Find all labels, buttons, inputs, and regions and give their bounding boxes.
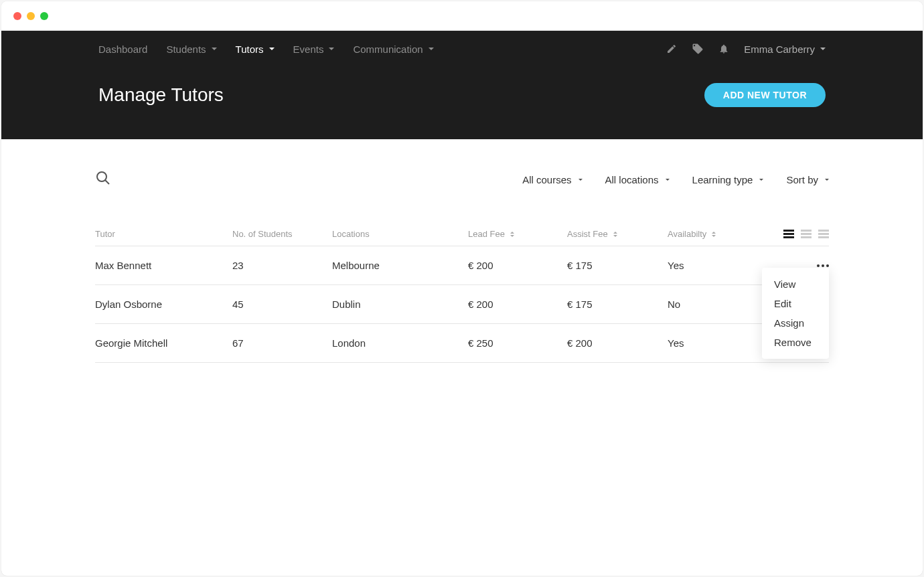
filter-label: All locations bbox=[605, 174, 659, 185]
cell-locations: Dublin bbox=[332, 299, 468, 310]
user-menu[interactable]: Emma Carberry bbox=[744, 44, 826, 55]
sort-icon bbox=[613, 232, 617, 237]
cell-actions bbox=[771, 264, 829, 267]
cell-students: 67 bbox=[232, 337, 332, 349]
add-new-tutor-button[interactable]: ADD NEW TUTOR bbox=[704, 83, 826, 107]
cell-availability: No bbox=[668, 299, 771, 310]
table-header-row: Tutor No. of Students Locations Lead Fee… bbox=[95, 229, 829, 246]
nav-communication[interactable]: Communication bbox=[353, 44, 433, 55]
filter-label: All courses bbox=[522, 174, 571, 185]
filter-locations[interactable]: All locations bbox=[605, 174, 670, 185]
cell-students: 23 bbox=[232, 260, 332, 271]
page-header: Manage Tutors ADD NEW TUTOR bbox=[1, 67, 923, 139]
app-header: Dashboard Students Tutors Events Communi… bbox=[1, 31, 923, 139]
window-titlebar bbox=[1, 1, 923, 31]
filter-label: Sort by bbox=[786, 174, 818, 185]
chevron-down-icon bbox=[429, 48, 434, 50]
nav-students[interactable]: Students bbox=[166, 44, 216, 55]
th-tutor[interactable]: Tutor bbox=[95, 229, 232, 239]
cell-lead-fee: € 250 bbox=[468, 337, 567, 349]
th-students[interactable]: No. of Students bbox=[232, 229, 332, 239]
th-label: Availabilty bbox=[668, 229, 706, 239]
menu-item-remove[interactable]: Remove bbox=[762, 333, 829, 352]
th-label: Assist Fee bbox=[567, 229, 608, 239]
th-availability[interactable]: Availabilty bbox=[668, 229, 771, 239]
view-medium-button[interactable] bbox=[801, 230, 812, 238]
nav-tutors[interactable]: Tutors bbox=[236, 44, 275, 55]
cell-availability: Yes bbox=[668, 337, 771, 349]
ticket-icon-button[interactable] bbox=[692, 43, 704, 55]
search-button[interactable] bbox=[95, 170, 111, 189]
cell-tutor: Georgie Mitchell bbox=[95, 337, 232, 349]
cell-tutor: Dylan Osborne bbox=[95, 299, 232, 310]
user-name: Emma Carberry bbox=[744, 44, 815, 55]
window-minimize-button[interactable] bbox=[27, 12, 35, 20]
svg-point-0 bbox=[97, 172, 106, 181]
chevron-down-icon bbox=[579, 179, 583, 181]
ticket-icon bbox=[692, 43, 704, 55]
filter-learning-type[interactable]: Learning type bbox=[692, 174, 764, 185]
window-maximize-button[interactable] bbox=[40, 12, 48, 20]
chevron-down-icon bbox=[212, 48, 217, 50]
app-window: Dashboard Students Tutors Events Communi… bbox=[1, 1, 923, 576]
search-icon bbox=[95, 170, 111, 186]
sort-icon bbox=[510, 232, 514, 237]
th-assist-fee[interactable]: Assist Fee bbox=[567, 229, 668, 239]
bell-icon bbox=[718, 44, 729, 54]
filters-bar: All courses All locations Learning type … bbox=[95, 170, 829, 189]
filter-controls: All courses All locations Learning type … bbox=[522, 174, 829, 185]
table-row: Georgie Mitchell 67 London € 250 € 200 Y… bbox=[95, 324, 829, 363]
page-title: Manage Tutors bbox=[98, 84, 224, 106]
nav-label: Dashboard bbox=[98, 44, 147, 55]
cell-locations: London bbox=[332, 337, 468, 349]
top-navigation: Dashboard Students Tutors Events Communi… bbox=[1, 31, 923, 67]
chevron-down-icon bbox=[825, 179, 829, 181]
th-view-toggles bbox=[771, 230, 829, 238]
window-controls bbox=[13, 12, 48, 20]
cell-students: 45 bbox=[232, 299, 332, 310]
nav-label: Tutors bbox=[236, 44, 264, 55]
menu-item-assign[interactable]: Assign bbox=[762, 313, 829, 333]
svg-line-1 bbox=[105, 180, 109, 184]
nav-events[interactable]: Events bbox=[293, 44, 335, 55]
nav-label: Events bbox=[293, 44, 324, 55]
menu-item-view[interactable]: View bbox=[762, 274, 829, 294]
cell-lead-fee: € 200 bbox=[468, 260, 567, 271]
cell-assist-fee: € 175 bbox=[567, 299, 668, 310]
sort-icon bbox=[712, 232, 716, 237]
cell-locations: Melbourne bbox=[332, 260, 468, 271]
view-wide-button[interactable] bbox=[818, 230, 829, 238]
cell-assist-fee: € 200 bbox=[567, 337, 668, 349]
table-row: Max Bennett 23 Melbourne € 200 € 175 Yes bbox=[95, 246, 829, 285]
menu-item-edit[interactable]: Edit bbox=[762, 294, 829, 313]
cell-lead-fee: € 200 bbox=[468, 299, 567, 310]
sort-by[interactable]: Sort by bbox=[786, 174, 829, 185]
row-more-button[interactable] bbox=[817, 264, 829, 267]
th-locations[interactable]: Locations bbox=[332, 229, 468, 239]
notifications-icon-button[interactable] bbox=[718, 44, 729, 54]
chevron-down-icon bbox=[666, 179, 670, 181]
chevron-down-icon bbox=[269, 48, 275, 50]
cell-availability: Yes bbox=[668, 260, 771, 271]
th-lead-fee[interactable]: Lead Fee bbox=[468, 229, 567, 239]
nav-dashboard[interactable]: Dashboard bbox=[98, 44, 147, 55]
edit-icon-button[interactable] bbox=[666, 44, 677, 54]
view-compact-button[interactable] bbox=[783, 230, 794, 238]
cell-tutor: Max Bennett bbox=[95, 260, 232, 271]
chevron-down-icon bbox=[820, 48, 826, 50]
nav-label: Communication bbox=[353, 44, 422, 55]
row-context-menu: View Edit Assign Remove bbox=[762, 268, 829, 359]
nav-actions: Emma Carberry bbox=[666, 43, 826, 55]
filter-label: Learning type bbox=[692, 174, 753, 185]
table-row: Dylan Osborne 45 Dublin € 200 € 175 No bbox=[95, 285, 829, 324]
tutors-table: Tutor No. of Students Locations Lead Fee… bbox=[95, 229, 829, 363]
nav-primary: Dashboard Students Tutors Events Communi… bbox=[98, 44, 434, 55]
window-close-button[interactable] bbox=[13, 12, 21, 20]
pencil-icon bbox=[666, 44, 677, 54]
th-label: Lead Fee bbox=[468, 229, 505, 239]
cell-assist-fee: € 175 bbox=[567, 260, 668, 271]
main-content: All courses All locations Learning type … bbox=[1, 139, 923, 363]
chevron-down-icon bbox=[759, 179, 763, 181]
chevron-down-icon bbox=[329, 48, 334, 50]
filter-courses[interactable]: All courses bbox=[522, 174, 582, 185]
